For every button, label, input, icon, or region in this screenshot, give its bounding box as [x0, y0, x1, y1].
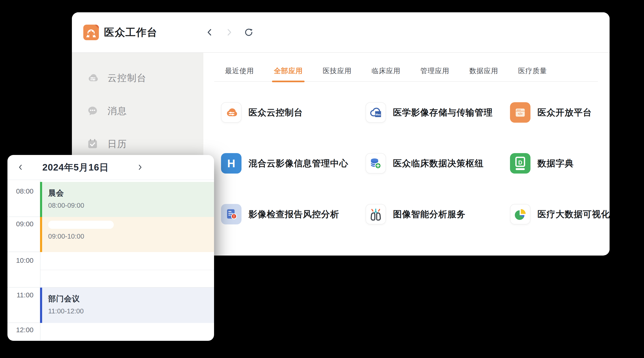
cloud-settings-icon	[221, 102, 242, 123]
time-label: 08:00	[8, 187, 34, 195]
tab-data-apps[interactable]: 数据应用	[469, 66, 498, 81]
app-big-data-visualization[interactable]: 医疗大数据可视化	[510, 204, 610, 224]
chevron-right-icon	[136, 164, 144, 171]
cloud-storage-icon: Mas	[366, 102, 386, 123]
time-label: 11:00	[8, 291, 34, 299]
window-title: 医众工作台	[104, 25, 158, 39]
app-name: 数据字典	[538, 158, 574, 169]
calendar-header: 2024年5月16日	[8, 155, 214, 180]
tab-all-apps[interactable]: 全部应用	[274, 66, 303, 81]
calendar-event-redacted[interactable]: 09:00-10:00	[40, 217, 214, 252]
sidebar-item-label: 云控制台	[108, 72, 146, 84]
app-name: 混合云影像信息管理中心	[248, 158, 348, 169]
tab-label: 全部应用	[274, 67, 303, 75]
nav-buttons	[204, 27, 254, 38]
app-data-dictionary[interactable]: D 数据字典	[510, 153, 610, 174]
calendar-body: 08:00 09:00 10:00 11:00 12:00 晨会 08:00-0…	[8, 180, 214, 340]
time-label: 09:00	[8, 220, 34, 228]
forward-button[interactable]	[224, 27, 235, 38]
report-alert-icon: !	[221, 204, 242, 224]
app-name: 医疗大数据可视化	[538, 208, 610, 220]
d-glyph: D	[518, 159, 522, 166]
tab-management-apps[interactable]: 管理应用	[420, 66, 449, 81]
sidebar-item-messages[interactable]: 消息	[72, 104, 203, 118]
event-time: 11:00-12:00	[48, 307, 214, 315]
calendar-next-day-button[interactable]	[135, 162, 145, 172]
chevron-left-icon	[17, 164, 24, 171]
app-name: 图像智能分析服务	[393, 208, 466, 220]
titlebar: 医众工作台	[72, 12, 610, 53]
app-image-ai-analysis[interactable]: 图像智能分析服务	[366, 204, 510, 224]
calendar-icon	[86, 137, 99, 150]
calendar-event-morning-meeting[interactable]: 晨会 08:00-09:00	[40, 182, 214, 217]
app-name: 医众临床数据决策枢纽	[393, 158, 484, 169]
app-open-platform[interactable]: </> 医众开放平台	[510, 102, 610, 123]
tab-medical-quality[interactable]: 医疗质量	[518, 66, 547, 81]
calendar-panel: 2024年5月16日 08:00 09:00 10:00 11:00 12:00…	[8, 155, 214, 341]
dictionary-icon: D	[510, 153, 530, 174]
tabs-bar: 最近使用 全部应用 医技应用 临床应用 管理应用 数据应用 医疗质量	[214, 53, 598, 82]
app-logo-icon	[83, 25, 99, 40]
app-cloud-console[interactable]: 医众云控制台	[221, 102, 366, 123]
event-title: 晨会	[48, 188, 214, 198]
app-report-risk-analysis[interactable]: ! 影像检查报告风控分析	[221, 204, 366, 224]
sidebar-item-cloud-console[interactable]: 云控制台	[72, 71, 203, 85]
lungs-icon	[366, 204, 386, 224]
h-glyph: H	[227, 157, 235, 170]
sidebar-item-label: 日历	[108, 138, 127, 150]
app-grid: 医众云控制台 Mas 医学影像存储与传输管理	[221, 102, 610, 224]
back-button[interactable]	[204, 27, 215, 38]
chevron-left-icon	[204, 27, 215, 37]
event-title: 部门会议	[48, 294, 214, 304]
time-label: 12:00	[8, 326, 34, 334]
active-tab-underline	[272, 81, 304, 82]
code-window-icon: </>	[510, 102, 530, 123]
app-clinical-data-hub[interactable]: 医众临床数据决策枢纽	[366, 153, 510, 174]
calendar-date-title: 2024年5月16日	[42, 161, 109, 174]
time-label: 10:00	[8, 256, 34, 264]
cloud-settings-icon	[86, 71, 99, 84]
event-time: 08:00-09:00	[48, 202, 214, 209]
code-glyph: </>	[518, 112, 523, 116]
event-time: 09:00-10:00	[48, 232, 214, 240]
app-name: 医众云控制台	[248, 107, 303, 119]
app-name: 医学影像存储与传输管理	[393, 107, 493, 119]
app-hybrid-cloud-center[interactable]: H 混合云影像信息管理中心	[221, 153, 366, 174]
event-title-redacted-pill	[48, 221, 114, 229]
storage-badge-text: Mas	[376, 113, 381, 116]
pie-chart-icon	[510, 204, 530, 224]
letter-h-icon: H	[221, 153, 242, 174]
message-icon	[86, 104, 99, 117]
tab-recently-used[interactable]: 最近使用	[225, 66, 254, 81]
calendar-prev-day-button[interactable]	[15, 162, 26, 172]
half-hour-gridline	[40, 270, 214, 270]
sidebar-item-calendar[interactable]: 日历	[72, 137, 203, 151]
tab-clinical-apps[interactable]: 临床应用	[372, 66, 400, 81]
chevron-right-icon	[224, 27, 234, 37]
refresh-icon	[243, 27, 254, 38]
app-name: 医众开放平台	[538, 107, 592, 119]
tab-medtech-apps[interactable]: 医技应用	[323, 66, 352, 81]
main-panel: 最近使用 全部应用 医技应用 临床应用 管理应用 数据应用 医疗质量	[203, 53, 610, 255]
desktop-canvas: { "window": { "title": "医众工作台" }, "sideb…	[0, 0, 644, 358]
alert-glyph: !	[233, 214, 234, 219]
calendar-event-department-meeting[interactable]: 部门会议 11:00-12:00	[40, 288, 214, 323]
app-imaging-storage[interactable]: Mas 医学影像存储与传输管理	[366, 102, 510, 123]
refresh-button[interactable]	[243, 27, 254, 38]
sidebar-item-label: 消息	[108, 105, 127, 117]
database-plus-icon	[366, 153, 386, 174]
app-name: 影像检查报告风控分析	[248, 208, 339, 220]
